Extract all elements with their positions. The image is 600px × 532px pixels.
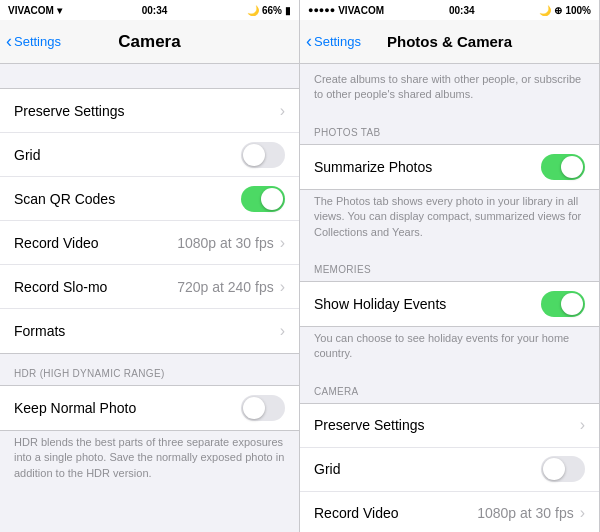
record-video-chevron-right: › [580,504,585,522]
back-label-right: Settings [314,34,361,49]
preserve-settings-row-right[interactable]: Preserve Settings › [300,404,599,448]
show-holiday-events-knob [561,293,583,315]
time-right: 00:34 [449,5,475,16]
record-video-label: Record Video [14,235,177,251]
left-panel: VIVACOM ▾ 00:34 🌙 66% ▮ ‹ Settings Camer… [0,0,300,532]
summarize-photos-knob [561,156,583,178]
content-left: Preserve Settings › Grid Scan QR Codes R… [0,64,299,532]
formats-row[interactable]: Formats › [0,309,299,353]
content-right: Create albums to share with other people… [300,64,599,532]
status-bar-right: ●●●●● VIVACOM 00:34 🌙 ⊕ 100% [300,0,599,20]
scan-qr-toggle-knob [261,188,283,210]
summarize-photos-row[interactable]: Summarize Photos [300,145,599,189]
back-button-right[interactable]: ‹ Settings [306,33,361,50]
grid-label-right: Grid [314,461,541,477]
record-slomo-value: 720p at 240 fps [177,279,274,295]
record-video-chevron: › [280,234,285,252]
nav-bar-left: ‹ Settings Camera [0,20,299,64]
grid-toggle-knob-right [543,458,565,480]
battery-left: 66% [262,5,282,16]
record-video-row-right[interactable]: Record Video 1080p at 30 fps › [300,492,599,532]
preserve-settings-chevron-right: › [580,416,585,434]
back-label-left: Settings [14,34,61,49]
status-left: VIVACOM ▾ [8,5,62,16]
camera-header-right: CAMERA [300,372,599,403]
record-slomo-chevron: › [280,278,285,296]
nav-title-left: Camera [118,32,180,52]
preserve-settings-row[interactable]: Preserve Settings › [0,89,299,133]
back-chevron-right: ‹ [306,32,312,50]
grid-toggle-right[interactable] [541,456,585,482]
record-video-value: 1080p at 30 fps [177,235,274,251]
wifi-icon-left: ▾ [57,5,62,16]
right-panel: ●●●●● VIVACOM 00:34 🌙 ⊕ 100% ‹ Settings … [300,0,600,532]
grid-row[interactable]: Grid [0,133,299,177]
hdr-group-left: Keep Normal Photo [0,385,299,431]
main-settings-group: Preserve Settings › Grid Scan QR Codes R… [0,88,299,354]
back-chevron-left: ‹ [6,32,12,50]
record-video-value-right: 1080p at 30 fps [477,505,574,521]
nav-bar-right: ‹ Settings Photos & Camera [300,20,599,64]
battery-icon-right: ⊕ [554,5,562,16]
spacer-top-left [0,64,299,88]
status-bar-left: VIVACOM ▾ 00:34 🌙 66% ▮ [0,0,299,20]
hdr-section-header-left: HDR (HIGH DYNAMIC RANGE) [0,354,299,385]
hdr-description-left: HDR blends the best parts of three separ… [0,431,299,491]
record-slomo-row[interactable]: Record Slo-mo 720p at 240 fps › [0,265,299,309]
scan-qr-label: Scan QR Codes [14,191,241,207]
show-holiday-events-toggle[interactable] [541,291,585,317]
show-holiday-events-label: Show Holiday Events [314,296,541,312]
summarize-photos-toggle[interactable] [541,154,585,180]
status-right-left: 🌙 66% ▮ [247,5,291,16]
top-description-right: Create albums to share with other people… [300,64,599,113]
keep-normal-photo-label-left: Keep Normal Photo [14,400,241,416]
record-slomo-label: Record Slo-mo [14,279,177,295]
status-right-right: 🌙 ⊕ 100% [539,5,591,16]
carrier-right: VIVACOM [338,5,384,16]
moon-icon-right: 🌙 [539,5,551,16]
grid-label: Grid [14,147,241,163]
battery-right: 100% [565,5,591,16]
formats-chevron: › [280,322,285,340]
photos-tab-header: PHOTOS TAB [300,113,599,144]
grid-row-right[interactable]: Grid [300,448,599,492]
back-button-left[interactable]: ‹ Settings [6,33,61,50]
formats-label: Formats [14,323,280,339]
record-video-label-right: Record Video [314,505,477,521]
nav-title-right: Photos & Camera [387,33,512,50]
summarize-description: The Photos tab shows every photo in your… [300,190,599,250]
status-left-right: ●●●●● VIVACOM [308,5,384,16]
grid-toggle-knob [243,144,265,166]
memories-header: MEMORIES [300,250,599,281]
preserve-settings-chevron: › [280,102,285,120]
time-left: 00:34 [142,5,168,16]
preserve-settings-label: Preserve Settings [14,103,280,119]
record-video-row[interactable]: Record Video 1080p at 30 fps › [0,221,299,265]
photos-tab-group: Summarize Photos [300,144,599,190]
keep-normal-photo-toggle-left[interactable] [241,395,285,421]
carrier-left: VIVACOM [8,5,54,16]
scan-qr-toggle[interactable] [241,186,285,212]
scan-qr-row[interactable]: Scan QR Codes [0,177,299,221]
battery-icon-left: ▮ [285,5,291,16]
show-holiday-events-row[interactable]: Show Holiday Events [300,282,599,326]
keep-normal-photo-row-left[interactable]: Keep Normal Photo [0,386,299,430]
summarize-photos-label: Summarize Photos [314,159,541,175]
holiday-description: You can choose to see holiday events for… [300,327,599,372]
camera-group-right: Preserve Settings › Grid Record Video 10… [300,403,599,532]
grid-toggle[interactable] [241,142,285,168]
preserve-settings-label-right: Preserve Settings [314,417,580,433]
keep-normal-photo-knob-left [243,397,265,419]
signal-dots-right: ●●●●● [308,5,335,15]
moon-icon-left: 🌙 [247,5,259,16]
memories-group: Show Holiday Events [300,281,599,327]
